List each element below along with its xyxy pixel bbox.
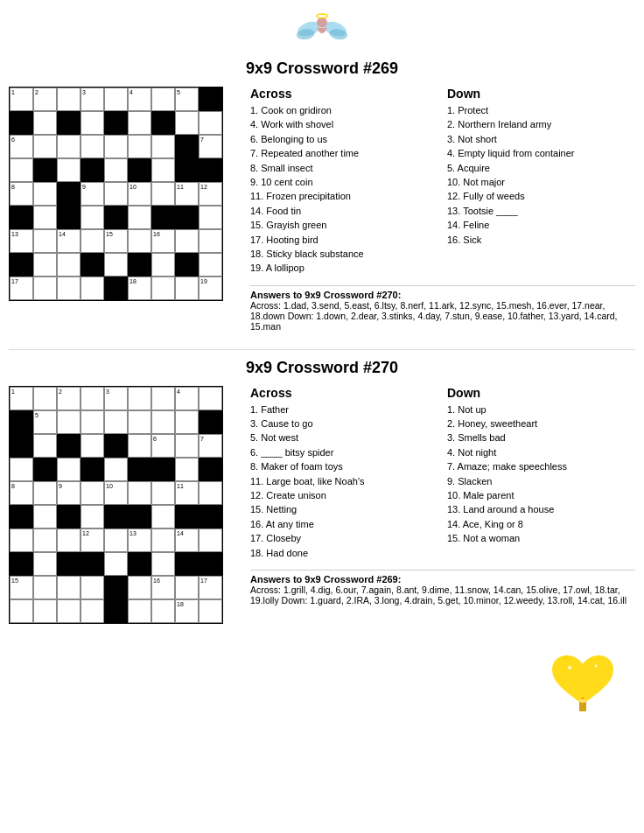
clue-a15: 15. Grayish green [250,219,438,232]
g2-cell-7-2 [57,552,80,576]
g2-cell-0-4: 3 [104,387,128,410]
clue-a4: 4. Work with shovel [250,118,438,131]
g2-cell-1-4 [104,410,128,434]
cell-1-2 [57,111,80,135]
cell-4-1 [33,182,57,206]
cell-5-1 [33,206,57,229]
g2-cell-8-2 [57,576,80,599]
cell-1-3 [80,111,104,135]
cell-5-4 [104,206,128,229]
g2-cell-5-6 [151,505,175,528]
g2-cell-6-7: 14 [175,528,199,552]
cell-8-6 [151,276,175,300]
cell-6-0: 13 [10,229,33,253]
cell-4-3: 9 [80,182,104,206]
cell-1-0 [10,111,33,135]
cell-3-1 [33,158,57,182]
cell-6-2: 14 [57,229,80,253]
cell-0-2 [57,88,80,111]
g2-cell-0-8 [199,387,222,410]
crossword2-across-column: Across 1. Father 3. Cause to go 5. Not w… [250,386,438,561]
g2-cell-4-6 [151,481,175,505]
g2-cell-2-2 [57,434,80,458]
grid-row-5 [10,206,222,229]
clue-a19: 19. A lollipop [250,262,438,275]
g2-cell-6-8 [199,528,222,552]
cell-5-2 [57,206,80,229]
clue-a1: 1. Cook on gridiron [250,104,438,117]
cell-8-4 [104,276,128,300]
g2-clue-a3: 3. Cause to go [250,417,438,430]
crossword2-answers-title: Answers to 9x9 Crossword #269: [250,574,635,584]
g2-cell-2-7 [175,434,199,458]
g2-cell-3-0 [10,458,33,481]
g2-cell-8-0: 15 [10,576,33,599]
g2-cell-3-5 [128,458,151,481]
svg-point-7 [595,664,598,667]
clue-a11: 11. Frozen precipitation [250,190,438,203]
cell-6-4: 15 [104,229,128,253]
g2-row-2: 6 7 [10,434,222,458]
crossword1-across-header: Across [250,87,438,101]
grid-row-0: 1 2 3 4 5 [10,88,222,111]
grid-row-1 [10,111,222,135]
g2-cell-3-6 [151,458,175,481]
g2-cell-3-7 [175,458,199,481]
cell-8-7 [175,276,199,300]
cell-2-1 [33,135,57,158]
cell-3-0 [10,158,33,182]
clue-d14: 14. Feline [447,219,635,232]
g2-cell-1-6 [151,410,175,434]
cell-1-4 [104,111,128,135]
g2-cell-6-1 [33,528,57,552]
g2-cell-4-5 [128,481,151,505]
g2-cell-1-3 [80,410,104,434]
g2-cell-3-8 [199,458,222,481]
g2-cell-4-4: 10 [104,481,128,505]
cell-3-5 [128,158,151,182]
g2-clue-a15: 15. Netting [250,503,438,516]
cell-5-3 [80,206,104,229]
grid-row-4: 8 9 10 11 12 [10,182,222,206]
cell-7-2 [57,253,80,276]
cell-1-6 [151,111,175,135]
crossword1-across-column: Across 1. Cook on gridiron 4. Work with … [250,87,438,276]
g2-clue-d7: 7. Amaze; make speechless [447,460,635,473]
g2-cell-8-3 [80,576,104,599]
g2-cell-9-3 [80,599,104,623]
crossword1-grid: 1 2 3 4 5 [9,87,223,301]
cell-0-7: 5 [175,88,199,111]
g2-row-8: 15 16 17 [10,576,222,599]
g2-cell-1-1: 5 [33,410,57,434]
crossword1-grid-area: 1 2 3 4 5 [9,87,236,332]
cell-4-5: 10 [128,182,151,206]
g2-cell-0-0: 1 [10,387,33,410]
cell-3-8 [199,158,222,182]
crossword1-answers-down-text: Down: 1.down, 2.dear, 3.stinks, 4.day, 7… [250,311,618,332]
g2-cell-1-7 [175,410,199,434]
g2-cell-4-7: 11 [175,481,199,505]
svg-point-4 [317,18,327,28]
g2-cell-6-4 [104,528,128,552]
g2-clue-a17: 17. Closeby [250,532,438,545]
g2-cell-3-1 [33,458,57,481]
clue-a17: 17. Hooting bird [250,234,438,247]
g2-cell-8-5 [128,576,151,599]
cell-8-2 [57,276,80,300]
svg-point-5 [317,14,327,18]
crossword2-title: 9x9 Crossword #270 [9,359,635,377]
cell-7-7 [175,253,199,276]
crossword1-answers-title: Answers to 9x9 Crossword #270: [250,290,635,300]
cell-6-8 [199,229,222,253]
cell-2-2 [57,135,80,158]
g2-clue-d3: 3. Smells bad [447,431,635,444]
g2-clue-d10: 10. Male parent [447,489,635,502]
cell-5-6 [151,206,175,229]
grid-row-3 [10,158,222,182]
crossword1-header [9,9,635,52]
crossword2-answers: Answers to 9x9 Crossword #269: Across: 1… [250,570,635,606]
cell-4-6 [151,182,175,206]
g2-cell-7-1 [33,552,57,576]
g2-row-5 [10,505,222,528]
g2-row-3 [10,458,222,481]
